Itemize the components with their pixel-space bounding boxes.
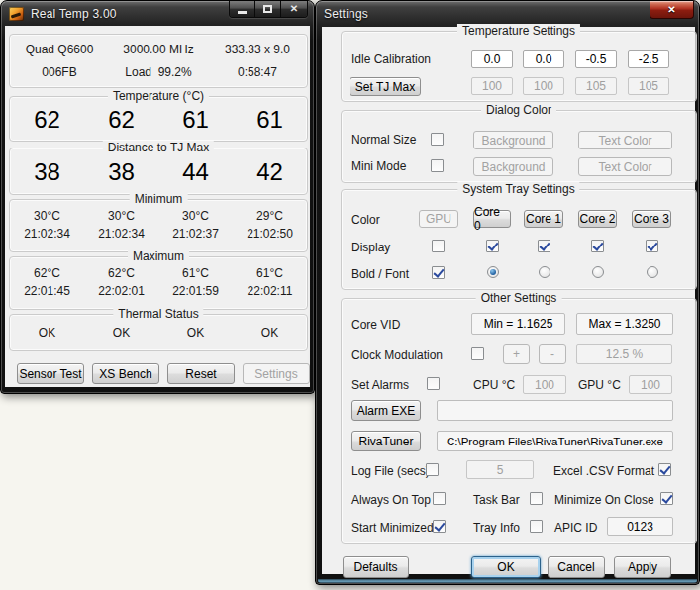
defaults-button[interactable]: Defaults: [343, 556, 409, 578]
core3-distance: 42: [233, 158, 307, 186]
core2-min-temp: 30°C: [158, 209, 233, 223]
font-core2-radio[interactable]: [592, 266, 604, 278]
excel-csv-label: Excel .CSV Format: [553, 464, 654, 478]
cancel-button[interactable]: Cancel: [548, 556, 605, 578]
thermal-status-panel: Thermal Status OK OK OK OK: [9, 314, 308, 351]
display-gpu-checkbox[interactable]: [432, 240, 445, 252]
alarm-exe-button[interactable]: Alarm EXE: [351, 400, 421, 421]
temperature-settings-title: Temperature Settings: [457, 24, 580, 38]
mini-background-button: Background: [473, 157, 553, 176]
window-bottom-edge: [318, 579, 697, 583]
minimize-button[interactable]: [230, 1, 255, 17]
sensor-test-button[interactable]: Sensor Test: [17, 363, 84, 384]
set-alarms-checkbox[interactable]: [427, 377, 440, 390]
log-file-checkbox[interactable]: [426, 463, 439, 476]
cpu-info-panel: Quad Q6600 3000.00 MHz 333.33 x 9.0 006F…: [9, 34, 308, 88]
display-core3-checkbox[interactable]: [646, 240, 658, 252]
idle-calibration-label: Idle Calibration: [351, 52, 431, 66]
set-tj-max-button[interactable]: Set TJ Max: [350, 77, 421, 96]
apic-id-label: APIC ID: [554, 521, 597, 535]
close-icon: ✕: [290, 4, 298, 14]
idle-calibration-core0-input[interactable]: 0.0: [471, 50, 513, 68]
core-vid-min-field: Min = 1.1625: [471, 313, 565, 335]
core1-max-temp: 62°C: [84, 266, 158, 280]
ok-button[interactable]: OK: [471, 556, 541, 578]
realtemp-window-controls: ✕: [229, 1, 308, 18]
core1-color-button[interactable]: Core 1: [524, 210, 563, 228]
rivatuner-path-field[interactable]: C:\Program Files\RivaTuner\RivaTuner.exe: [437, 431, 673, 451]
core3-color-button[interactable]: Core 3: [632, 210, 671, 228]
settings-button: Settings: [243, 363, 310, 384]
minimize-on-close-checkbox[interactable]: [660, 492, 673, 505]
cpuid: 006FB: [10, 65, 109, 79]
maximize-button[interactable]: [255, 1, 281, 17]
task-bar-label: Task Bar: [473, 493, 520, 507]
start-minimized-checkbox[interactable]: [433, 520, 446, 533]
cpu-alarm-input: 100: [523, 375, 566, 394]
alarm-exe-path-field[interactable]: [437, 400, 673, 421]
font-core1-radio[interactable]: [539, 266, 550, 278]
idle-calibration-core2-input[interactable]: -0.5: [575, 50, 617, 68]
tj-max-core1-input: 100: [523, 77, 564, 95]
cpu-name: Quad Q6600: [10, 43, 109, 56]
distance-panel-title: Distance to TJ Max: [103, 141, 214, 154]
close-button[interactable]: ✕: [281, 1, 307, 17]
reset-button[interactable]: Reset: [167, 363, 235, 384]
core2-color-button[interactable]: Core 2: [578, 210, 617, 228]
display-core2-checkbox[interactable]: [591, 240, 604, 252]
temperature-panel-title: Temperature (°C): [108, 89, 209, 103]
display-core0-checkbox[interactable]: [486, 240, 499, 252]
core0-max-temp: 62°C: [10, 266, 84, 280]
fsb-multiplier: 333.33 x 9.0: [208, 43, 307, 56]
maximize-icon: [263, 5, 272, 13]
tray-info-checkbox[interactable]: [530, 520, 543, 533]
minimize-icon: [238, 11, 247, 14]
idle-calibration-core3-input[interactable]: -2.5: [628, 50, 669, 68]
gpu-alarm-label: GPU °C: [578, 378, 621, 392]
apply-button[interactable]: Apply: [614, 556, 671, 578]
mini-mode-checkbox[interactable]: [431, 159, 444, 172]
core3-thermal-status: OK: [233, 326, 307, 340]
realtemp-client: Quad Q6600 3000.00 MHz 333.33 x 9.0 006F…: [5, 26, 310, 387]
cpu-load: Load 99.2%: [109, 65, 208, 79]
settings-titlebar[interactable]: Settings: [316, 1, 699, 26]
core-vid-label: Core VID: [351, 318, 400, 332]
xs-bench-button[interactable]: XS Bench: [92, 363, 159, 384]
thermal-status-title: Thermal Status: [113, 307, 203, 321]
settings-close-button[interactable]: ✕: [650, 1, 694, 19]
temperature-panel: Temperature (°C) 62 62 61 61: [9, 96, 308, 142]
core2-min-time: 21:02:37: [158, 227, 233, 241]
rivatuner-button[interactable]: RivaTuner: [351, 431, 421, 451]
display-core1-checkbox[interactable]: [538, 240, 550, 252]
task-bar-checkbox[interactable]: [530, 492, 543, 505]
realtemp-window: Real Temp 3.00 ✕ Quad Q6600 3000.00 MHz …: [0, 0, 315, 394]
excel-csv-checkbox[interactable]: [658, 463, 671, 476]
core0-min-temp: 30°C: [10, 209, 84, 223]
core1-distance: 38: [84, 158, 158, 186]
start-minimized-label: Start Minimized: [351, 521, 434, 535]
font-core0-radio[interactable]: [487, 266, 499, 278]
temperature-settings-group: Temperature Settings Idle Calibration 0.…: [341, 31, 697, 102]
cpu-frequency: 3000.00 MHz: [109, 43, 208, 56]
bold-font-checkbox[interactable]: [432, 266, 445, 279]
gpu-alarm-input: 100: [629, 375, 672, 394]
tj-max-core2-input: 105: [575, 77, 617, 95]
idle-calibration-core1-input[interactable]: 0.0: [523, 50, 564, 68]
core1-temp: 62: [84, 106, 158, 134]
core0-max-time: 22:01:45: [10, 284, 84, 298]
always-on-top-checkbox[interactable]: [433, 492, 446, 505]
core0-min-time: 21:02:34: [10, 227, 84, 241]
settings-client: Temperature Settings Idle Calibration 0.…: [322, 27, 695, 574]
core0-color-button[interactable]: Core 0: [473, 210, 511, 228]
tray-display-label: Display: [351, 241, 390, 254]
clock-modulation-checkbox[interactable]: [471, 347, 484, 360]
core3-max-temp: 61°C: [233, 266, 307, 280]
core3-min-temp: 29°C: [233, 209, 307, 223]
minimum-panel-title: Minimum: [130, 192, 188, 206]
font-core3-radio[interactable]: [647, 266, 658, 278]
log-interval-input: 5: [466, 460, 534, 479]
other-settings-title: Other Settings: [476, 291, 562, 305]
realtemp-window-title: Real Temp 3.00: [31, 7, 117, 21]
normal-size-checkbox[interactable]: [431, 133, 444, 146]
core3-max-time: 22:02:11: [233, 284, 307, 298]
